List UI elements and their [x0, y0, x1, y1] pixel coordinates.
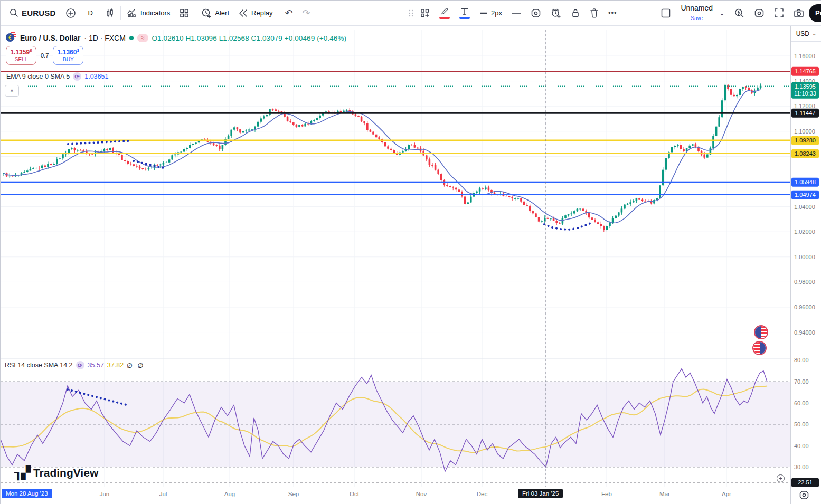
time-axis-month-label[interactable]: Apr	[722, 491, 731, 497]
line-style-button[interactable]	[507, 4, 526, 22]
candle-body	[505, 196, 507, 196]
checkbox-icon	[660, 8, 671, 18]
add-order-plus-icon[interactable]: +	[777, 474, 785, 482]
candle-body	[328, 111, 330, 112]
currency-dropdown[interactable]: USD ⌄	[791, 26, 821, 42]
remove-drawings-button[interactable]	[585, 4, 603, 22]
time-axis-month-label[interactable]: Sep	[288, 491, 299, 497]
time-axis-month-label[interactable]: Jun	[100, 491, 110, 497]
toolbar-drag-handle[interactable]	[406, 4, 416, 22]
indicator-templates-button[interactable]	[175, 4, 194, 22]
candle-body	[638, 198, 640, 199]
candle-body	[550, 218, 552, 219]
usdeur-flag-sticker[interactable]	[752, 341, 767, 355]
rsi-legend-title[interactable]: RSI 14 close SMA 14 2	[5, 362, 73, 369]
candle-body	[724, 85, 726, 100]
symbol-title[interactable]: Euro / U.S. Dollar	[20, 34, 80, 42]
candle-body	[677, 145, 679, 146]
interval-button[interactable]: D	[83, 4, 98, 22]
chart-canvas[interactable]	[1, 26, 790, 487]
collapse-legend-button[interactable]: ˄	[5, 85, 19, 97]
dotted-trendline-drawing[interactable]	[68, 141, 128, 144]
time-axis-month-label[interactable]: Nov	[416, 491, 427, 497]
candle-body	[665, 158, 667, 170]
compare-button[interactable]	[61, 4, 81, 22]
draw-color-button[interactable]	[435, 4, 455, 22]
ema-indicator-legend[interactable]: EMA 9 close 0 SMA 5 ⟳ 1.03651	[5, 72, 110, 81]
symbol-name: EURUSD	[22, 8, 56, 17]
ema-legend-title[interactable]: EMA 9 close 0 SMA 5	[6, 73, 70, 80]
price-axis-badge[interactable]: 1.08243	[791, 149, 819, 158]
buy-button[interactable]: 1.13603 BUY	[53, 46, 83, 65]
price-axis-badge[interactable]: 1.14765	[791, 67, 819, 76]
time-axis-month-label[interactable]: Oct	[350, 491, 359, 497]
add-alert-on-drawing-button[interactable]	[546, 4, 566, 22]
fullscreen-button[interactable]	[769, 4, 789, 22]
time-axis-month-label[interactable]: Feb	[601, 491, 612, 497]
price-axis-badge[interactable]: 1.05948	[791, 178, 819, 187]
layout-dropdown-button[interactable]: ⌄	[718, 4, 726, 22]
chart-settings-button[interactable]	[749, 4, 769, 22]
candle-body	[266, 115, 268, 117]
candle-body	[402, 151, 404, 152]
time-axis-month-label[interactable]: Dec	[477, 491, 487, 497]
symbol-search-button[interactable]: EURUSD	[5, 4, 61, 22]
replay-button[interactable]: Replay	[234, 4, 277, 22]
sell-button[interactable]: 1.13596 SELL	[6, 46, 36, 65]
rsi-indicator-legend[interactable]: RSI 14 close SMA 14 2 ⟳ 35.57 37.82 ∅ ∅	[5, 361, 145, 369]
layout-name-button[interactable]: Unnamed Save	[676, 4, 718, 22]
candle-body	[195, 142, 197, 144]
alert-button[interactable]: Alert	[196, 4, 234, 22]
candle-body	[44, 165, 46, 167]
chart-pane[interactable]: € Euro / U.S. Dollar · 1D · FXCM ≈ O1.02…	[1, 26, 790, 487]
candle-body	[564, 215, 567, 218]
alarm-plus-icon	[551, 8, 561, 18]
text-color-button[interactable]	[455, 4, 475, 22]
ema-value: 1.03651	[84, 73, 108, 80]
indicators-button[interactable]: Indicators	[122, 4, 175, 22]
candle-body	[662, 170, 664, 186]
select-layout-checkbox[interactable]	[656, 4, 676, 22]
undo-button[interactable]: ↶	[280, 4, 298, 22]
chart-style-button[interactable]	[100, 4, 119, 22]
price-axis[interactable]: USD ⌄ 1.160001.140001.120001.100001.0400…	[790, 26, 821, 487]
more-tools-button[interactable]: •••	[603, 4, 622, 22]
refresh-icon[interactable]: ⟳	[73, 72, 81, 81]
price-axis-badge[interactable]: 1.11447	[791, 109, 819, 118]
symbol-meta[interactable]: · 1D · FXCM	[84, 34, 126, 42]
price-axis-label: 1.04000	[794, 204, 815, 210]
time-axis[interactable]: JunJulAugSepOctNovDecFebMarAprMon 28 Aug…	[1, 487, 821, 504]
candle-body	[269, 109, 271, 115]
dotted-trendline-drawing[interactable]	[544, 223, 592, 230]
line-width-button[interactable]: 2px	[475, 4, 507, 22]
time-axis-month-label[interactable]: Mar	[659, 491, 670, 497]
save-link[interactable]: Save	[691, 15, 703, 21]
drawing-settings-button[interactable]	[526, 4, 546, 22]
time-axis-month-label[interactable]: Jul	[159, 491, 167, 497]
add-layout-button[interactable]	[416, 4, 435, 22]
price-axis-badge[interactable]: 22.51	[791, 478, 819, 487]
price-axis-badge[interactable]: 1.09280	[791, 136, 819, 145]
time-axis-month-label[interactable]: Aug	[224, 491, 235, 497]
refresh-icon[interactable]: ⟳	[76, 361, 84, 369]
snapshot-button[interactable]	[789, 4, 809, 22]
redo-button[interactable]: ↷	[298, 4, 315, 22]
line-thin-icon	[512, 12, 521, 14]
tradingview-logo[interactable]: ┒▞ TradingView	[14, 465, 98, 480]
publish-button[interactable]: Pub	[809, 4, 821, 22]
price-axis-badge[interactable]: 1.1359511:10:33	[791, 82, 819, 99]
quick-search-button[interactable]	[729, 4, 749, 22]
candle-body	[748, 88, 750, 90]
approx-data-badge[interactable]: ≈	[137, 34, 148, 42]
symbol-legend[interactable]: € Euro / U.S. Dollar · 1D · FXCM ≈ O1.02…	[6, 33, 346, 43]
lock-drawings-button[interactable]	[566, 4, 585, 22]
time-axis-settings-gear-icon[interactable]	[799, 490, 809, 501]
candle-body	[171, 155, 173, 159]
price-axis-badge[interactable]: 1.04974	[791, 191, 819, 199]
candle-body	[733, 95, 735, 96]
candle-body	[452, 187, 454, 188]
price-axis-label: 30.00	[794, 464, 809, 470]
candle-body	[272, 109, 274, 110]
candle-body	[82, 150, 84, 151]
eurusd-flag-sticker[interactable]	[754, 325, 768, 339]
